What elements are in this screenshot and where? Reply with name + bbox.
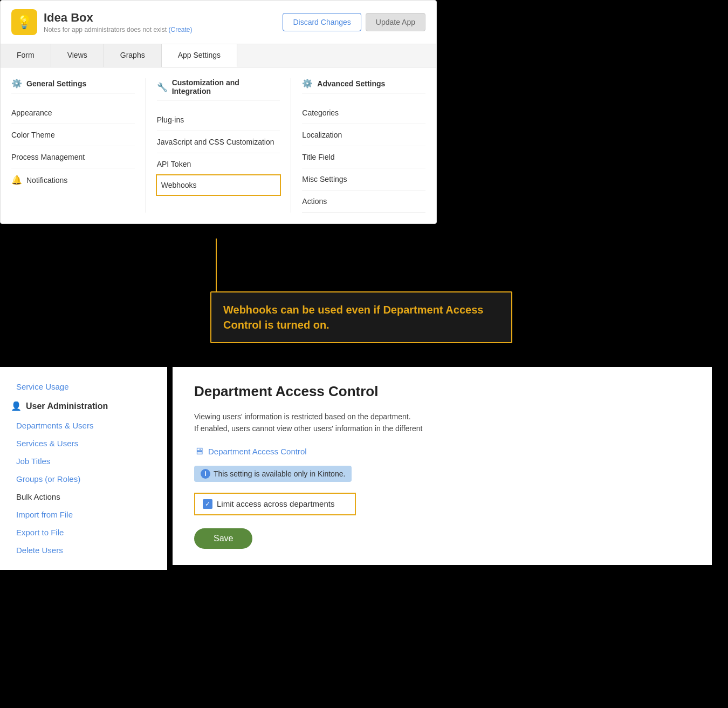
webhook-tooltip-text: Webhooks can be used even if Department … bbox=[223, 302, 499, 332]
user-admin-icon: 👤 bbox=[11, 401, 22, 411]
app-settings-panel: 💡 Idea Box Notes for app administrators … bbox=[0, 0, 437, 224]
color-theme-link[interactable]: Color Theme bbox=[11, 124, 135, 146]
general-settings-header: ⚙️ General Settings bbox=[11, 78, 135, 93]
app-icon-emoji: 💡 bbox=[16, 15, 32, 30]
notifications-link[interactable]: Notifications bbox=[26, 176, 67, 185]
departments-users-link[interactable]: Departments & Users bbox=[0, 417, 167, 434]
advanced-gear-icon: ⚙️ bbox=[302, 78, 313, 88]
app-title-block: Idea Box Notes for app administrators do… bbox=[44, 11, 283, 33]
app-notes: Notes for app administrators does not ex… bbox=[44, 26, 283, 33]
settings-columns: ⚙️ General Settings Appearance Color The… bbox=[1, 67, 436, 223]
delete-users-link[interactable]: Delete Users bbox=[0, 541, 167, 559]
dept-access-icon: 🖥 bbox=[194, 446, 204, 457]
process-management-link[interactable]: Process Management bbox=[11, 146, 135, 168]
advanced-settings-col: ⚙️ Advanced Settings Categories Localiza… bbox=[302, 78, 425, 213]
notifications-section: 🔔 Notifications bbox=[11, 168, 135, 192]
general-settings-col: ⚙️ General Settings Appearance Color The… bbox=[11, 78, 146, 213]
tab-app-settings[interactable]: App Settings bbox=[162, 44, 237, 67]
api-token-link[interactable]: API Token bbox=[157, 153, 280, 175]
webhooks-link[interactable]: Webhooks bbox=[156, 174, 281, 196]
import-from-file-link[interactable]: Import from File bbox=[0, 506, 167, 523]
wrench-icon: 🔧 bbox=[157, 82, 168, 92]
limit-access-label: Limit access across departments bbox=[217, 499, 334, 508]
discard-changes-button[interactable]: Discard Changes bbox=[283, 13, 361, 31]
gear-icon: ⚙️ bbox=[11, 78, 22, 88]
limit-access-row: ✓ Limit access across departments bbox=[194, 493, 356, 515]
bulk-actions-header: Bulk Actions bbox=[0, 488, 167, 506]
tab-views[interactable]: Views bbox=[51, 44, 104, 67]
appearance-link[interactable]: Appearance bbox=[11, 102, 135, 124]
advanced-settings-header: ⚙️ Advanced Settings bbox=[302, 78, 425, 93]
service-usage-link[interactable]: Service Usage bbox=[0, 378, 167, 396]
tab-form[interactable]: Form bbox=[1, 44, 51, 67]
customization-col: 🔧 Customization and Integration Plug-ins… bbox=[157, 78, 292, 213]
section-description: Viewing users' information is restricted… bbox=[194, 411, 690, 435]
kintone-badge: i This setting is available only in Kint… bbox=[194, 466, 352, 482]
actions-link[interactable]: Actions bbox=[302, 190, 425, 213]
sidebar-panel: Service Usage 👤 User Administration Depa… bbox=[0, 367, 167, 570]
categories-link[interactable]: Categories bbox=[302, 102, 425, 124]
main-content-panel: Department Access Control Viewing users'… bbox=[173, 367, 712, 565]
job-titles-link[interactable]: Job Titles bbox=[0, 452, 167, 470]
groups-roles-link[interactable]: Groups (or Roles) bbox=[0, 470, 167, 488]
app-icon: 💡 bbox=[11, 9, 37, 35]
dept-access-row: 🖥 Department Access Control bbox=[194, 446, 690, 457]
customization-header: 🔧 Customization and Integration bbox=[157, 78, 280, 100]
connector-line-vertical bbox=[216, 239, 217, 297]
save-button[interactable]: Save bbox=[194, 528, 252, 549]
create-notes-link[interactable]: (Create) bbox=[168, 26, 192, 33]
section-title: Department Access Control bbox=[194, 383, 690, 400]
js-css-link[interactable]: JavaScript and CSS Customization bbox=[157, 131, 280, 153]
bell-icon: 🔔 bbox=[11, 175, 22, 185]
kintone-badge-icon: i bbox=[201, 469, 210, 479]
user-admin-header: 👤 User Administration bbox=[0, 396, 167, 417]
app-title: Idea Box bbox=[44, 11, 283, 25]
limit-access-checkbox[interactable]: ✓ bbox=[203, 499, 212, 509]
misc-settings-link[interactable]: Misc Settings bbox=[302, 168, 425, 190]
header-buttons: Discard Changes Update App bbox=[283, 13, 425, 31]
webhook-tooltip: Webhooks can be used even if Department … bbox=[210, 291, 512, 343]
app-header: 💡 Idea Box Notes for app administrators … bbox=[1, 1, 436, 44]
tabs-bar: Form Views Graphs App Settings bbox=[1, 44, 436, 67]
plugins-link[interactable]: Plug-ins bbox=[157, 109, 280, 131]
localization-link[interactable]: Localization bbox=[302, 124, 425, 146]
dept-access-label: Department Access Control bbox=[208, 447, 307, 456]
export-to-file-link[interactable]: Export to File bbox=[0, 523, 167, 541]
title-field-link[interactable]: Title Field bbox=[302, 146, 425, 168]
tab-graphs[interactable]: Graphs bbox=[104, 44, 162, 67]
update-app-button[interactable]: Update App bbox=[366, 13, 425, 31]
services-users-link[interactable]: Services & Users bbox=[0, 434, 167, 452]
